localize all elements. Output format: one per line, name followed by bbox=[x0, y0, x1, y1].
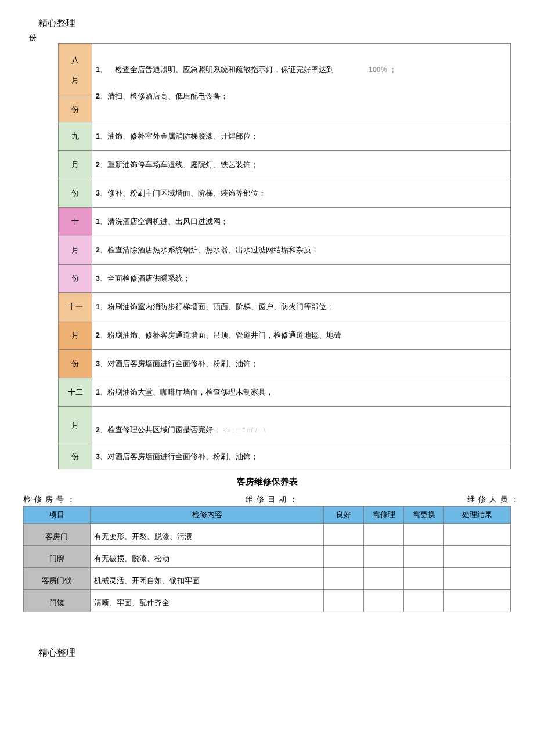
staff-label: 维修人员： bbox=[467, 494, 522, 505]
repair-cell bbox=[444, 590, 511, 612]
month-cell: 十二 bbox=[59, 378, 92, 407]
repair-cell bbox=[324, 590, 364, 612]
month-cell: 份 bbox=[59, 265, 92, 293]
month-cell: 份 bbox=[59, 179, 92, 208]
month-cell: 月 bbox=[59, 151, 92, 179]
schedule-content: 2、检查修理公共区域门窗是否完好； k'» ; ::: " m' / \ bbox=[92, 407, 511, 444]
month-cell: 九 bbox=[59, 122, 92, 151]
repair-cell bbox=[404, 524, 444, 546]
month-cell: 十一 bbox=[59, 293, 92, 321]
schedule-content: 3、修补、粉刷主门区域墙面、阶梯、装饰等部位； bbox=[92, 179, 511, 208]
schedule-content: 1、 检查全店普通照明、应急照明系统和疏散指示灯，保证完好率达到100% ；2、… bbox=[92, 44, 511, 122]
repair-cell bbox=[364, 524, 404, 546]
table-row: 门牌有无破损、脱漆、松动 bbox=[24, 546, 511, 568]
repair-info-row: 检修房号： 维修日期： 维修人员： bbox=[23, 494, 522, 505]
schedule-content: 1、粉刷油饰大堂、咖啡厅墙面，检查修理木制家具， bbox=[92, 378, 511, 407]
repair-item: 门镜 bbox=[24, 590, 91, 612]
month-cell: 月 bbox=[59, 321, 92, 350]
repair-header: 需更换 bbox=[404, 507, 444, 524]
repair-cell bbox=[364, 546, 404, 568]
repair-header: 处理结果 bbox=[444, 507, 511, 524]
table-row: 客房门有无变形、开裂、脱漆、污渍 bbox=[24, 524, 511, 546]
month-cell: 份 bbox=[59, 444, 92, 469]
repair-content: 有无变形、开裂、脱漆、污渍 bbox=[90, 524, 323, 546]
page-footer: 精心整理 bbox=[38, 647, 522, 659]
repair-cell bbox=[404, 568, 444, 590]
schedule-content: 2、检查清除酒店热水系统锅炉、热水器、出水过滤网结垢和杂质； bbox=[92, 236, 511, 265]
repair-cell bbox=[324, 524, 364, 546]
month-cell: 月 bbox=[59, 236, 92, 265]
repair-content: 机械灵活、开闭自如、锁扣牢固 bbox=[90, 568, 323, 590]
table-row: 客房门锁机械灵活、开闭自如、锁扣牢固 bbox=[24, 568, 511, 590]
repair-cell bbox=[404, 590, 444, 612]
repair-content: 有无破损、脱漆、松动 bbox=[90, 546, 323, 568]
repair-header: 检修内容 bbox=[90, 507, 323, 524]
repair-table-title: 客房维修保养表 bbox=[12, 476, 522, 487]
repair-cell bbox=[324, 568, 364, 590]
repair-item: 门牌 bbox=[24, 546, 91, 568]
schedule-content: 2、粉刷油饰、修补客房通道墙面、吊顶、管道井门，检修通道地毯、地砖 bbox=[92, 321, 511, 350]
repair-cell bbox=[364, 590, 404, 612]
table-row: 门镜清晰、牢固、配件齐全 bbox=[24, 590, 511, 612]
schedule-content: 3、对酒店客房墙面进行全面修补、粉刷、油饰； bbox=[92, 444, 511, 469]
repair-header: 项目 bbox=[24, 507, 91, 524]
repair-table: 项目检修内容良好需修理需更换处理结果 客房门有无变形、开裂、脱漆、污渍门牌有无破… bbox=[23, 506, 511, 612]
month-cell: 八月 bbox=[59, 44, 92, 97]
month-cell: 份 bbox=[59, 350, 92, 378]
repair-item: 客房门锁 bbox=[24, 568, 91, 590]
date-label: 维修日期： bbox=[246, 494, 301, 505]
repair-cell bbox=[324, 546, 364, 568]
repair-cell bbox=[364, 568, 404, 590]
repair-cell bbox=[444, 546, 511, 568]
page-header: 精心整理 bbox=[38, 17, 522, 30]
schedule-content: 1、粉刷油饰室内消防步行梯墙面、顶面、阶梯、窗户、防火门等部位； bbox=[92, 293, 511, 321]
repair-header: 良好 bbox=[324, 507, 364, 524]
month-cell: 月 bbox=[59, 407, 92, 444]
schedule-content: 2、重新油饰停车场车道线、庭院灯、铁艺装饰； bbox=[92, 151, 511, 179]
schedule-content: 1、清洗酒店空调机进、出风口过滤网； bbox=[92, 208, 511, 236]
repair-cell bbox=[404, 546, 444, 568]
repair-cell bbox=[444, 524, 511, 546]
schedule-table: 八月1、 检查全店普通照明、应急照明系统和疏散指示灯，保证完好率达到100% ；… bbox=[58, 43, 511, 469]
room-label: 检修房号： bbox=[23, 494, 78, 505]
month-cell: 份 bbox=[59, 97, 92, 122]
repair-cell bbox=[444, 568, 511, 590]
repair-content: 清晰、牢固、配件齐全 bbox=[90, 590, 323, 612]
repair-item: 客房门 bbox=[24, 524, 91, 546]
stray-char: 份 bbox=[29, 32, 522, 43]
month-cell: 十 bbox=[59, 208, 92, 236]
schedule-content: 3、对酒店客房墙面进行全面修补、粉刷、油饰； bbox=[92, 350, 511, 378]
repair-header: 需修理 bbox=[364, 507, 404, 524]
schedule-content: 3、全面检修酒店供暖系统； bbox=[92, 265, 511, 293]
schedule-content: 1、油饰、修补室外金属消防梯脱漆、开焊部位； bbox=[92, 122, 511, 151]
